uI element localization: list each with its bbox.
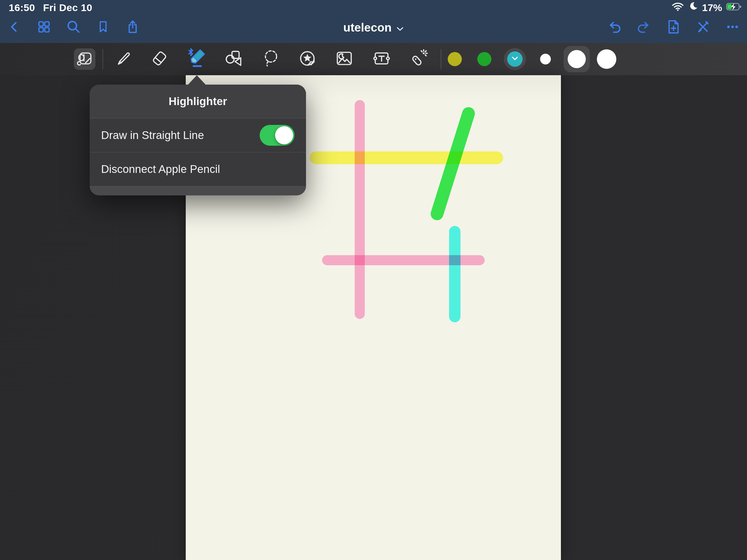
more-button[interactable] <box>725 18 740 37</box>
redo-icon <box>636 19 652 36</box>
pen-icon <box>113 49 132 69</box>
undo-icon <box>606 19 622 36</box>
green-color-dot <box>477 52 491 66</box>
status-time: 16:50 <box>9 2 35 14</box>
tool-highlighter[interactable] <box>185 46 209 73</box>
share-button[interactable] <box>125 18 140 37</box>
color-swatch-green[interactable] <box>477 52 491 66</box>
disconnect-apple-pencil-item[interactable]: Disconnect Apple Pencil <box>90 152 306 186</box>
undo-button[interactable] <box>607 18 622 37</box>
status-date: Fri Dec 10 <box>43 2 92 14</box>
highlighter-icon <box>186 48 208 71</box>
popover-arrow <box>188 75 206 85</box>
page-scroll-mode-icon <box>76 49 94 69</box>
selected-swatch-ring <box>504 48 526 70</box>
sticker-star-icon <box>298 49 317 70</box>
toolbar-divider <box>441 49 441 69</box>
nav-bar: utelecon <box>0 12 747 43</box>
page-thumbnails-button[interactable] <box>36 18 52 37</box>
shapes-icon <box>224 49 243 70</box>
size-medium-dot <box>568 50 586 68</box>
draw-straight-line-row[interactable]: Draw in Straight Line <box>90 118 306 152</box>
toggle-knob <box>275 126 293 144</box>
highlighter-stroke-cyan-vertical <box>449 226 461 322</box>
toolbar-divider <box>102 49 103 69</box>
tool-shapes[interactable] <box>222 46 245 73</box>
color-swatch-teal-selected[interactable] <box>504 48 526 70</box>
disconnect-apple-pencil-label: Disconnect Apple Pencil <box>101 163 220 176</box>
laser-pointer-icon <box>408 49 428 70</box>
tool-laser-pointer[interactable] <box>406 46 430 73</box>
share-icon <box>125 19 140 36</box>
eraser-icon <box>150 49 169 70</box>
battery-charging-icon <box>726 2 742 14</box>
tool-image[interactable] <box>333 46 356 73</box>
add-page-button[interactable] <box>666 18 681 37</box>
title-chevron-down-icon <box>396 21 404 34</box>
search-button[interactable] <box>66 18 81 37</box>
bookmark-icon <box>96 19 110 36</box>
tool-stickers[interactable] <box>295 46 319 73</box>
search-icon <box>66 19 81 36</box>
tool-lasso[interactable] <box>259 46 282 73</box>
draw-straight-line-label: Draw in Straight Line <box>101 129 204 142</box>
teal-color-dot <box>507 51 523 67</box>
tool-pen[interactable] <box>111 46 135 73</box>
image-icon <box>335 49 354 70</box>
color-swatch-olive[interactable] <box>448 52 462 66</box>
more-ellipsis-icon <box>725 19 740 36</box>
size-small-dot <box>540 54 551 64</box>
size-large-dot <box>597 49 616 69</box>
highlighter-stroke-pink-horizontal <box>322 255 485 265</box>
document-title-text: utelecon <box>343 21 392 34</box>
highlighter-popover: Highlighter Draw in Straight Line Discon… <box>90 85 306 195</box>
stroke-size-medium-selected[interactable] <box>568 50 586 68</box>
tool-text[interactable] <box>370 46 393 73</box>
bookmark-button[interactable] <box>95 18 111 37</box>
screen: 16:50 Fri Dec 10 17% <box>0 0 747 560</box>
stroke-size-large[interactable] <box>597 49 616 69</box>
back-chevron-icon <box>8 19 21 36</box>
top-chrome: 16:50 Fri Dec 10 17% <box>0 0 747 43</box>
lasso-icon <box>261 49 280 70</box>
battery-percent: 17% <box>702 2 722 14</box>
document-title[interactable]: utelecon <box>343 12 404 43</box>
grid-icon <box>36 20 51 35</box>
stroke-size-small[interactable] <box>540 54 551 64</box>
add-page-icon <box>666 19 681 36</box>
popover-title: Highlighter <box>90 85 306 118</box>
olive-color-dot <box>448 52 462 66</box>
readonly-pen-button[interactable] <box>695 18 711 37</box>
redo-button[interactable] <box>636 18 652 37</box>
tool-eraser[interactable] <box>148 46 171 73</box>
tools-toolbar <box>0 43 747 75</box>
pen-crossed-icon <box>695 19 711 36</box>
chevron-down-icon <box>511 56 519 62</box>
highlighter-stroke-yellow-horizontal <box>310 152 503 164</box>
text-icon <box>372 49 391 70</box>
back-button[interactable] <box>7 18 22 37</box>
highlighter-stroke-pink-vertical <box>355 100 365 319</box>
tool-page-scroll-mode[interactable] <box>73 46 96 73</box>
wifi-icon <box>672 2 684 14</box>
popover-footer <box>90 186 306 195</box>
draw-straight-line-toggle[interactable] <box>260 125 294 146</box>
